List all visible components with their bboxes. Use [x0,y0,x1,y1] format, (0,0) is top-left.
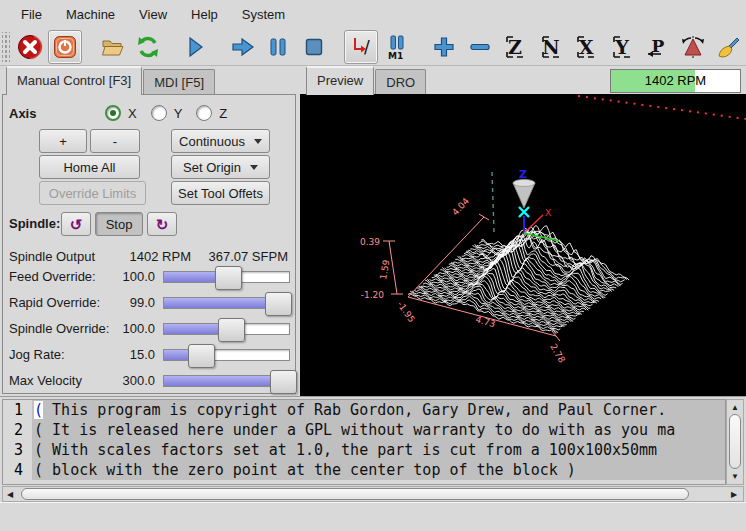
slider-handle[interactable] [215,266,242,290]
spindle-forward-button[interactable]: ↻ [147,212,177,236]
right-tab-bar: PreviewDRO [306,66,427,95]
letter-y-icon: Y [609,34,635,60]
estop-icon [17,34,43,60]
run-from-line-button[interactable]: / [344,30,378,64]
jog-plus-button[interactable]: + [39,129,87,153]
vscroll-thumb[interactable] [729,414,741,469]
chevron-down-icon [254,139,262,144]
axis-radio-z[interactable]: Z [196,105,227,121]
open-file-button[interactable] [96,30,130,64]
scroll-right-icon[interactable]: ▶ [727,487,741,501]
zoom-out-icon [467,34,493,60]
tab-preview[interactable]: Preview [306,66,374,95]
folder-open-icon [100,34,126,60]
rotate-view-button[interactable] [676,30,710,64]
slider-trough[interactable] [163,323,290,335]
pause-button[interactable] [262,30,296,64]
arrow-right-icon [230,34,256,60]
slider-value: 100.0 [93,321,155,336]
override-limits-button[interactable]: Override Limits [39,181,146,205]
set-tool-offsets-button[interactable]: Set Tool Offets [171,181,270,205]
toolbar-drag-handle[interactable] [2,32,10,62]
svg-text:/: / [364,37,370,57]
menu-system[interactable]: System [231,3,296,26]
gcode-line: 1 ( This program is copyright of Rab Gor… [3,400,725,420]
slider-handle[interactable] [188,344,215,368]
slider-row-jog-rate: Jog Rate:15.0 [3,343,297,367]
spindle-stop-button[interactable]: Stop [95,212,143,236]
slider-row-spindle-override: Spindle Override:100.0 [3,317,297,341]
hscroll-thumb[interactable] [21,488,689,500]
scroll-down-icon[interactable]: ▼ [728,469,742,483]
preview-panel: PreviewDRO 1402 RPM 0.39-1.201.59-1.954.… [300,66,746,396]
slider-trough[interactable] [163,375,290,387]
dim-x-min: -1.95 [395,299,417,324]
slider-label: Jog Rate: [9,347,65,362]
zoom-in-button[interactable] [427,30,461,64]
menu-help[interactable]: Help [180,3,229,26]
view-side-button[interactable]: X [569,30,603,64]
run-program-button[interactable] [179,30,213,64]
menu-file[interactable]: File [10,3,53,26]
rpm-meter-text: 1402 RPM [611,73,740,88]
preview-canvas[interactable]: 0.39-1.201.59-1.954.732.784.04ZX [300,94,746,396]
slider-handle[interactable] [270,370,297,394]
home-all-button[interactable]: Home All [39,155,140,179]
radio-icon [151,105,167,121]
spindle-reverse-button[interactable]: ↺ [61,212,91,236]
gcode-line-text: ( This program is copyright of Rab Gordo… [32,400,726,420]
menu-view[interactable]: View [128,3,178,26]
chevron-down-icon [250,165,258,170]
estop-button[interactable] [13,30,47,64]
zoom-in-icon [431,34,457,60]
letter-n-icon: N [538,34,564,60]
linuxcnc-axis-window: FileMachineViewHelpSystem /M1ZNXYP Manua… [0,0,746,531]
jog-minus-button[interactable]: - [90,129,140,153]
gcode-line: 2 ( It is released here under a GPL with… [3,420,725,440]
axis-radio-y[interactable]: Y [151,105,183,121]
stop-program-button[interactable] [297,30,331,64]
gcode-vertical-scrollbar[interactable]: ▲ ▼ [726,399,744,485]
svg-text:P: P [652,36,665,56]
slider-handle[interactable] [218,318,245,342]
gcode-horizontal-scrollbar[interactable]: ◀ ▶ [2,486,744,502]
letter-p-icon: P [644,34,670,60]
cone-rotate-icon [680,34,706,60]
slider-trough[interactable] [163,349,290,361]
slider-handle[interactable] [265,292,292,316]
view-top-rotated-button[interactable]: N [534,30,568,64]
tab-dro[interactable]: DRO [375,69,426,95]
optional-stop-button[interactable]: M1 [380,30,414,64]
slider-trough[interactable] [163,271,290,283]
machine-power-button[interactable] [48,30,82,64]
slider-trough[interactable] [163,297,290,309]
reload-file-button[interactable] [131,30,165,64]
set-origin-label: Set Origin [183,160,241,175]
tab-manual[interactable]: Manual Control [F3] [6,66,142,95]
clear-plot-button[interactable] [712,30,746,64]
scroll-left-icon[interactable]: ◀ [3,487,17,501]
menu-machine[interactable]: Machine [55,3,126,26]
view-front-button[interactable]: Y [605,30,639,64]
brush-icon [715,34,741,60]
stop-icon [301,34,327,60]
set-origin-dropdown[interactable]: Set Origin [171,155,270,179]
jog-increment-dropdown[interactable]: Continuous [171,129,270,153]
axis-label: Axis [9,106,105,121]
tab-mdi[interactable]: MDI [F5] [143,69,215,95]
line-number: 2 [3,420,23,440]
view-perspective-button[interactable]: P [641,30,675,64]
slider-label: Max Velocity [9,373,82,388]
zoom-out-button[interactable] [463,30,497,64]
step-button[interactable] [226,30,260,64]
power-icon [52,34,78,60]
gcode-text-area[interactable]: 1 ( This program is copyright of Rab Gor… [2,399,726,485]
axis-radio-x[interactable]: X [105,105,137,121]
play-icon [182,34,208,60]
pause-icon [265,34,291,60]
scroll-up-icon[interactable]: ▲ [728,400,742,414]
axis-selector: Axis XYZ [9,105,241,121]
view-top-button[interactable]: Z [498,30,532,64]
dim-x-extent: 4.73 [474,314,496,329]
gcode-line-text: ( block with the zero point at the cente… [32,460,726,480]
